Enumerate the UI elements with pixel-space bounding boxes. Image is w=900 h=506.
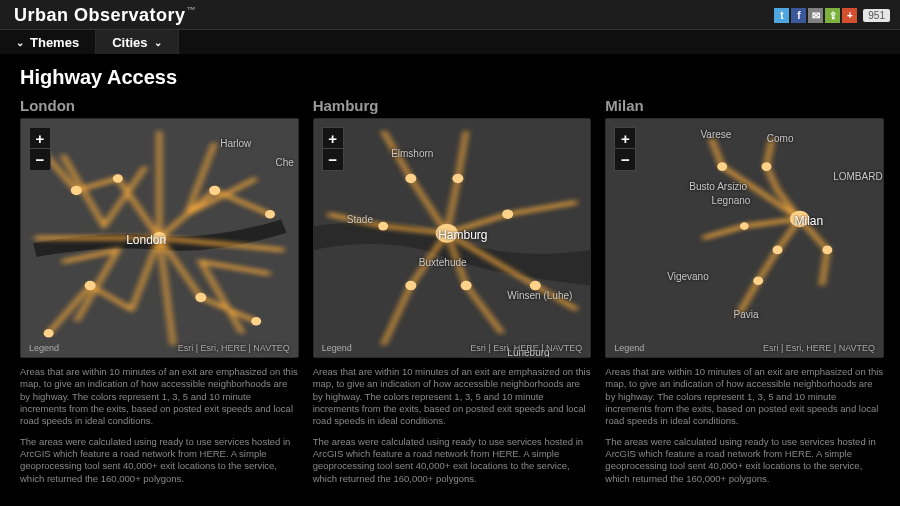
svg-point-24 <box>773 246 783 255</box>
description-p2: The areas were calculated using ready to… <box>605 436 884 485</box>
city-column: London +−LondonHarlowCheLegendEsri | Esr… <box>20 91 299 485</box>
cities-row: London +−LondonHarlowCheLegendEsri | Esr… <box>20 91 884 485</box>
zoom-in-button[interactable]: + <box>322 127 344 149</box>
svg-point-15 <box>502 209 513 219</box>
city-column: Milan +−MilanVareseComoBusto ArsizioLegn… <box>605 91 884 485</box>
email-icon[interactable]: ✉ <box>808 8 823 23</box>
share-count: 951 <box>863 9 890 22</box>
svg-point-14 <box>452 174 463 184</box>
city-name: Hamburg <box>313 97 592 114</box>
svg-point-23 <box>762 162 772 171</box>
map-attribution: Esri | Esri, HERE | NAVTEQ <box>470 343 582 353</box>
svg-point-16 <box>460 281 471 291</box>
description-p2: The areas were calculated using ready to… <box>20 436 299 485</box>
chevron-down-icon: ⌄ <box>16 37 24 48</box>
svg-point-27 <box>740 222 749 230</box>
svg-point-21 <box>790 211 809 228</box>
city-name: London <box>20 97 299 114</box>
logo-tm: ™ <box>187 5 197 15</box>
content: Highway Access London +−LondonHarlowCheL… <box>0 54 900 495</box>
chevron-down-icon: ⌄ <box>154 37 162 48</box>
theme-title: Highway Access <box>20 66 884 89</box>
menu-cities[interactable]: Cities ⌄ <box>96 30 178 54</box>
svg-point-4 <box>209 186 220 196</box>
facebook-icon[interactable]: f <box>791 8 806 23</box>
description-p2: The areas were calculated using ready to… <box>313 436 592 485</box>
map[interactable]: +−MilanVareseComoBusto ArsizioLegnanoLOM… <box>605 118 884 358</box>
svg-point-3 <box>71 186 82 196</box>
menu-bar: ⌄ Themes Cities ⌄ <box>0 30 900 54</box>
city-column: Hamburg +−HamburgElmshornStadeBuxtehudeW… <box>313 91 592 485</box>
zoom-out-button[interactable]: − <box>29 149 51 171</box>
legend-link[interactable]: Legend <box>614 343 644 353</box>
logo-word-1: Urban <box>14 5 69 25</box>
svg-point-10 <box>44 329 54 338</box>
map[interactable]: +−HamburgElmshornStadeBuxtehudeWinsen (L… <box>313 118 592 358</box>
map-attribution: Esri | Esri, HERE | NAVTEQ <box>763 343 875 353</box>
city-name: Milan <box>605 97 884 114</box>
map-attribution: Esri | Esri, HERE | NAVTEQ <box>178 343 290 353</box>
svg-point-7 <box>251 317 261 326</box>
svg-point-8 <box>113 174 123 183</box>
svg-point-25 <box>754 277 764 286</box>
svg-point-9 <box>265 210 275 219</box>
addthis-icon[interactable]: + <box>842 8 857 23</box>
svg-point-5 <box>85 281 96 291</box>
menu-themes[interactable]: ⌄ Themes <box>0 30 96 54</box>
description-p1: Areas that are within 10 minutes of an e… <box>313 366 592 428</box>
svg-rect-20 <box>606 119 883 357</box>
twitter-icon[interactable]: t <box>774 8 789 23</box>
svg-point-13 <box>405 174 416 184</box>
zoom-in-button[interactable]: + <box>29 127 51 149</box>
menu-cities-label: Cities <box>112 35 147 50</box>
social-bar: t f ✉ ⇪ + 951 <box>774 8 890 23</box>
description-p1: Areas that are within 10 minutes of an e… <box>605 366 884 428</box>
zoom-in-button[interactable]: + <box>614 127 636 149</box>
legend-link[interactable]: Legend <box>322 343 352 353</box>
zoom-out-button[interactable]: − <box>614 149 636 171</box>
svg-point-17 <box>405 281 416 291</box>
map[interactable]: +−LondonHarlowCheLegendEsri | Esri, HERE… <box>20 118 299 358</box>
top-bar: Urban Observatory™ t f ✉ ⇪ + 951 <box>0 0 900 30</box>
svg-point-12 <box>435 224 457 243</box>
logo-word-2: Observatory <box>74 5 186 25</box>
share-icon[interactable]: ⇪ <box>825 8 840 23</box>
description-p1: Areas that are within 10 minutes of an e… <box>20 366 299 428</box>
zoom-out-button[interactable]: − <box>322 149 344 171</box>
svg-point-2 <box>152 232 166 244</box>
zoom-control: +− <box>614 127 636 171</box>
zoom-control: +− <box>29 127 51 171</box>
svg-point-18 <box>529 281 540 291</box>
legend-link[interactable]: Legend <box>29 343 59 353</box>
svg-point-6 <box>195 293 206 303</box>
logo: Urban Observatory™ <box>14 5 196 26</box>
svg-point-22 <box>718 162 728 171</box>
svg-point-19 <box>378 222 388 231</box>
svg-point-26 <box>823 246 833 255</box>
zoom-control: +− <box>322 127 344 171</box>
menu-themes-label: Themes <box>30 35 79 50</box>
